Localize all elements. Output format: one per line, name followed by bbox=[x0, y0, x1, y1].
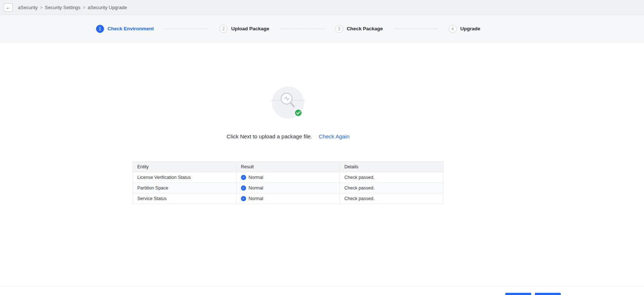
table-row: Service Status ✓ Normal Check passed. bbox=[133, 194, 444, 204]
breadcrumb-separator: > bbox=[40, 5, 43, 10]
step-upload-package: 2 Upload Package bbox=[219, 25, 269, 33]
step-check-environment: 1 Check Environment bbox=[96, 25, 154, 33]
step-label: Upgrade bbox=[460, 26, 480, 31]
result-cell: ✓ Normal bbox=[241, 196, 336, 201]
environment-check-table: Entity Result Details License Verificati… bbox=[133, 161, 444, 204]
check-circle-icon: ✓ bbox=[241, 175, 246, 180]
column-header-details: Details bbox=[340, 162, 444, 172]
step-label: Upload Package bbox=[231, 26, 269, 31]
next-button[interactable]: Next bbox=[505, 293, 531, 295]
breadcrumb-item-asecurity-upgrade: aSecurity Upgrade bbox=[88, 5, 127, 10]
details-cell: Check passed. bbox=[340, 183, 444, 194]
breadcrumb-item-asecurity[interactable]: aSecurity bbox=[18, 5, 38, 10]
check-circle-icon: ✓ bbox=[241, 185, 246, 191]
result-cell: ✓ Normal bbox=[241, 175, 336, 180]
step-check-package: 3 Check Package bbox=[335, 25, 383, 33]
step-connector bbox=[280, 28, 324, 29]
entity-cell: Partition Space bbox=[133, 183, 237, 194]
table-row: Partition Space ✓ Normal Check passed. bbox=[133, 183, 444, 194]
column-header-entity: Entity bbox=[133, 162, 237, 172]
entity-cell: Service Status bbox=[133, 194, 237, 204]
step-number-badge: 1 bbox=[96, 25, 104, 33]
step-number-badge: 2 bbox=[219, 25, 227, 33]
step-label: Check Environment bbox=[108, 26, 154, 31]
breadcrumb-separator: > bbox=[83, 5, 85, 10]
step-connector bbox=[165, 28, 208, 29]
column-header-result: Result bbox=[236, 162, 340, 172]
result-text: Normal bbox=[249, 196, 263, 201]
result-text: Normal bbox=[249, 185, 263, 191]
result-text: Normal bbox=[249, 175, 263, 180]
back-arrow-icon: ← bbox=[6, 4, 11, 10]
stepper-bar: 1 Check Environment 2 Upload Package 3 C… bbox=[0, 15, 644, 43]
top-bar: ← aSecurity > Security Settings > aSecur… bbox=[0, 0, 644, 15]
details-cell: Check passed. bbox=[340, 172, 444, 183]
step-upgrade: 4 Upgrade bbox=[449, 25, 480, 33]
step-number-badge: 4 bbox=[449, 25, 457, 33]
check-circle-icon: ✓ bbox=[241, 196, 246, 201]
entity-cell: License Verification Status bbox=[133, 172, 237, 183]
details-cell: Check passed. bbox=[340, 194, 444, 204]
environment-check-success-illustration bbox=[271, 87, 306, 122]
main-content: Click Next to upload a package file. Che… bbox=[0, 87, 576, 286]
breadcrumb: aSecurity > Security Settings > aSecurit… bbox=[18, 5, 127, 10]
exit-button[interactable]: Exit bbox=[535, 293, 561, 295]
back-button[interactable]: ← bbox=[4, 3, 13, 12]
step-number-badge: 3 bbox=[335, 25, 343, 33]
success-badge-icon bbox=[295, 109, 302, 116]
step-connector bbox=[394, 28, 438, 29]
step-label: Check Package bbox=[347, 26, 383, 31]
result-cell: ✓ Normal bbox=[241, 185, 336, 191]
table-row: License Verification Status ✓ Normal Che… bbox=[133, 172, 444, 183]
table-header-row: Entity Result Details bbox=[133, 162, 444, 172]
next-instruction-text: Click Next to upload a package file. bbox=[227, 133, 312, 139]
check-again-link[interactable]: Check Again bbox=[319, 133, 349, 139]
footer-bar: Next Exit bbox=[0, 286, 644, 295]
breadcrumb-item-security-settings[interactable]: Security Settings bbox=[45, 5, 81, 10]
